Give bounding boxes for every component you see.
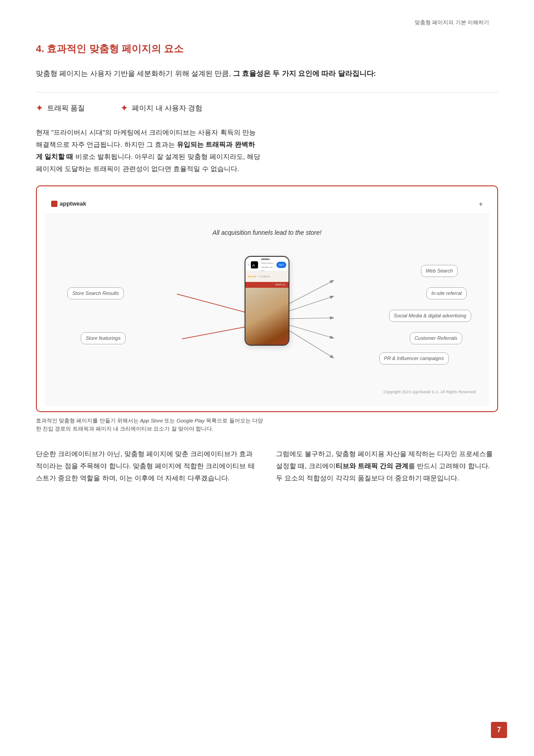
svg-line-2 [286, 281, 333, 305]
label-social-media: Social Media & digital advertising [389, 310, 471, 322]
two-column-text: 단순한 크리에이티브가 아닌, 맞춤형 페이지에 맞춘 크리에이티브가 효과적이… [36, 448, 498, 484]
section-title: 4. 효과적인 맞춤형 페이지의 요소 [36, 40, 498, 57]
phone-mockup: ‹ A adidas Shop shoes, sneakers & mo... … [245, 256, 289, 346]
factor1-label: 트래픽 품질 [47, 102, 85, 114]
label-pr: PR & Influencer campaigns [379, 352, 449, 365]
label-in-site: In-site referral [426, 287, 467, 299]
factor2-icon: ✦ [121, 101, 127, 115]
factor2-label: 페이지 내 사용자 경험 [132, 102, 202, 114]
label-store-search: Store Search Results [67, 287, 124, 299]
phone-content: SHOP LA... [245, 282, 289, 346]
diagram-box: apptweak + All acquisition funnels lead … [36, 185, 498, 412]
page-container: 맞춤형 페이지의 기본 이해하기 4. 효과적인 맞춤형 페이지의 요소 맞춤형… [0, 0, 534, 756]
diagram-content: ‹ A adidas Shop shoes, sneakers & mo... … [54, 251, 480, 386]
phone-screen-top: ‹ A adidas Shop shoes, sneakers & mo... … [245, 259, 289, 271]
factor1-item: ✦ 트래픽 품질 [36, 101, 85, 115]
phone-app-icon: A [251, 261, 258, 268]
label-store-featuring: Store featurings [81, 332, 126, 344]
divider [36, 92, 498, 92]
label-customer-referrals: Customer Referrals [410, 332, 462, 344]
col2-text: 그럼에도 불구하고, 맞춤형 페이지용 자산을 제작하는 디자인 프로세스를 설… [276, 448, 498, 484]
caption-text: 효과적인 맞춤형 페이지를 만들기 위해서는 App Store 또는 Goog… [36, 417, 498, 433]
intro-text-bold: 그 효율성은 두 가지 요인에 따라 달라집니다: [233, 70, 376, 77]
label-web-search: Web Search [421, 265, 458, 277]
body-text: 현재 "프라이버시 시대"의 마케팅에서 크리에이티브는 사용자 획득의 만능 … [36, 126, 498, 175]
section-number: 4. [36, 43, 44, 54]
intro-text-normal: 맞춤형 페이지는 사용자 기반을 세분화하기 위해 설계된 만큼, [36, 70, 231, 77]
diagram-title: All acquisition funnels lead to the stor… [54, 228, 480, 238]
apptweak-logo: apptweak [51, 199, 86, 209]
phone-back-arrow: ‹ [248, 261, 249, 268]
factor1-icon: ✦ [36, 101, 43, 115]
factor2-item: ✦ 페이지 내 사용자 경험 [121, 101, 202, 115]
apptweak-logo-text: apptweak [60, 199, 86, 209]
svg-line-3 [286, 296, 333, 312]
intro-text: 맞춤형 페이지는 사용자 기반을 세분화하기 위해 설계된 만큼, 그 효율성은… [36, 67, 498, 79]
svg-line-1 [182, 325, 253, 339]
diagram-area: All acquisition funnels lead to the stor… [45, 214, 489, 407]
svg-text:A: A [252, 263, 255, 267]
svg-line-0 [177, 294, 253, 314]
svg-line-6 [286, 329, 333, 358]
col1-text: 단순한 크리에이티브가 아닌, 맞춤형 페이지에 맞춘 크리에이티브가 효과적이… [36, 448, 258, 484]
section-title-text: 효과적인 맞춤형 페이지의 요소 [47, 43, 183, 54]
page-number: 7 [491, 722, 507, 738]
factors-row: ✦ 트래픽 품질 ✦ 페이지 내 사용자 경험 [36, 101, 498, 115]
diagram-inner: apptweak + All acquisition funnels lead … [45, 194, 489, 407]
apptweak-logo-icon [51, 201, 57, 207]
copyright: Copyright 2023 AppTweak S.A. All Rights … [54, 386, 480, 397]
phone-get-btn: GET [276, 262, 286, 268]
svg-line-5 [286, 324, 333, 338]
svg-line-4 [286, 318, 333, 319]
plus-icon: + [479, 198, 483, 210]
apptweak-header: apptweak + [45, 194, 489, 214]
top-label: 맞춤형 페이지의 기본 이해하기 [36, 18, 498, 27]
